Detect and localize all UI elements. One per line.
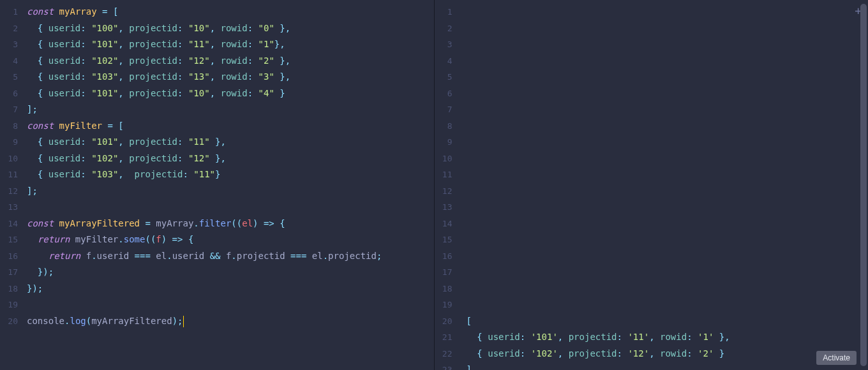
scrollbar-thumb[interactable] [860,4,867,366]
line-number: 20 [0,313,27,330]
code-line[interactable] [467,20,869,37]
line-number: 15 [435,232,461,248]
code-line[interactable] [27,199,434,216]
code-line[interactable]: { userid: '101', projectid: '11', rowid:… [467,329,869,346]
line-number: 14 [0,216,27,232]
line-number: 2 [0,20,27,37]
line-number: 23 [435,362,461,370]
code-line[interactable] [467,297,869,313]
code-line[interactable]: { userid: "102", projectid: "12" }, [27,151,434,167]
code-line[interactable] [467,216,869,232]
line-number: 6 [435,85,461,102]
line-number: 1 [435,4,461,20]
code-line[interactable] [467,199,869,216]
code-line[interactable] [467,4,869,20]
code-line[interactable]: const myFilter = [ [27,118,434,135]
code-line[interactable] [467,232,869,248]
code-line[interactable]: { userid: '102', projectid: '12', rowid:… [467,346,869,362]
line-number: 12 [0,183,27,200]
line-number: 11 [435,166,461,183]
code-line[interactable]: { userid: "102", projectid: "12", rowid:… [27,53,434,70]
code-line[interactable]: }); [27,264,434,281]
line-number: 10 [0,151,27,167]
line-number: 2 [435,20,461,37]
line-number: 3 [435,36,461,53]
line-number: 20 [435,313,461,330]
line-number: 15 [0,232,27,248]
line-number: 17 [0,264,27,281]
code-line[interactable]: ]; [27,183,434,200]
code-line[interactable]: { userid: "103", projectid: "13", rowid:… [27,69,434,85]
line-number: 7 [435,101,461,118]
code-line[interactable]: ] [467,362,869,370]
line-number: 10 [435,151,461,167]
code-line[interactable] [467,69,869,85]
code-line[interactable]: { userid: "101", projectid: "11" }, [27,134,434,151]
code-line[interactable]: [ [467,313,869,330]
code-line[interactable] [467,134,869,151]
line-number: 5 [435,69,461,85]
line-number-gutter: 1234567891011121314151617181920 [0,0,27,370]
line-number: 21 [435,329,461,346]
code-line[interactable] [467,183,869,200]
line-number: 8 [0,118,27,135]
line-number: 9 [0,134,27,151]
line-number: 6 [0,85,27,102]
code-line[interactable] [467,166,869,183]
code-line[interactable] [467,53,869,70]
line-number: 7 [0,101,27,118]
code-line[interactable]: { userid: "101", projectid: "11", rowid:… [27,36,434,53]
code-line[interactable] [27,297,434,313]
line-number: 1 [0,4,27,20]
line-number-gutter: 1234567891011121314151617181920212223 [435,0,461,370]
line-number: 19 [435,297,461,313]
code-line[interactable] [467,36,869,53]
line-number: 9 [435,134,461,151]
code-line[interactable]: }); [27,281,434,297]
editor-pane-right[interactable]: 1234567891011121314151617181920212223 [ … [435,0,869,370]
line-number: 16 [0,248,27,265]
code-line[interactable]: ]; [27,101,434,118]
text-cursor [183,316,184,327]
line-number: 8 [435,118,461,135]
code-line[interactable] [467,264,869,281]
line-number: 17 [435,264,461,281]
line-number: 11 [0,166,27,183]
editor-pane-left[interactable]: 1234567891011121314151617181920 const my… [0,0,435,370]
scrollbar[interactable] [860,4,867,366]
line-number: 19 [0,297,27,313]
line-number: 16 [435,248,461,265]
line-number: 12 [435,183,461,200]
line-number: 22 [435,346,461,362]
code-line[interactable]: return f.userid === el.userid && f.proje… [27,248,434,265]
code-line[interactable]: console.log(myArrayFiltered); [27,313,434,330]
code-line[interactable] [467,281,869,297]
code-area-right[interactable]: [ { userid: '101', projectid: '11', rowi… [461,0,869,370]
line-number: 4 [0,53,27,70]
line-number: 14 [435,216,461,232]
activate-button[interactable]: Activate [816,351,857,365]
line-number: 13 [435,199,461,216]
code-line[interactable]: { userid: "103", projectid: "11"} [27,166,434,183]
code-line[interactable] [467,151,869,167]
code-line[interactable]: { userid: "100", projectid: "10", rowid:… [27,20,434,37]
code-line[interactable]: return myFilter.some((f) => { [27,232,434,248]
line-number: 13 [0,199,27,216]
code-line[interactable]: const myArray = [ [27,4,434,20]
line-number: 4 [435,53,461,70]
line-number: 18 [435,281,461,297]
code-line[interactable] [467,85,869,102]
code-line[interactable] [467,248,869,265]
code-line[interactable]: { userid: "101", projectid: "10", rowid:… [27,85,434,102]
line-number: 5 [0,69,27,85]
code-line[interactable] [467,101,869,118]
code-area-left[interactable]: const myArray = [ { userid: "100", proje… [27,0,434,370]
code-line[interactable] [467,118,869,135]
line-number: 18 [0,281,27,297]
code-line[interactable]: const myArrayFiltered = myArray.filter((… [27,216,434,232]
line-number: 3 [0,36,27,53]
